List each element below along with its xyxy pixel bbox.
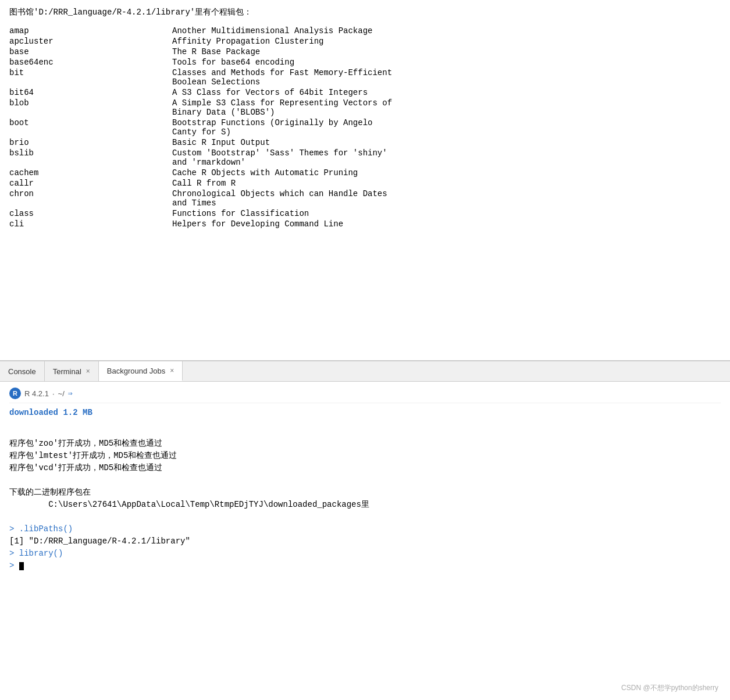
package-row: bitClasses and Methods for Fast Memory-E… bbox=[9, 67, 721, 87]
package-name: bit64 bbox=[9, 87, 172, 98]
tab-bar: Console Terminal × Background Jobs × bbox=[0, 361, 730, 382]
package-row: chronChronological Objects which can Han… bbox=[9, 189, 721, 208]
package-row: bit64A S3 Class for Vectors of 64bit Int… bbox=[9, 87, 721, 98]
package-desc: Affinity Propagation Clustering bbox=[172, 36, 721, 47]
package-name: cachem bbox=[9, 168, 172, 178]
package-name: callr bbox=[9, 178, 172, 189]
package-row: classFunctions for Classification bbox=[9, 208, 721, 219]
package-row: amapAnother Multidimensional Analysis Pa… bbox=[9, 26, 721, 36]
package-desc: Classes and Methods for Fast Memory-Effi… bbox=[172, 67, 721, 87]
library-header: 图书馆'D:/RRR_language/R-4.2.1/library'里有个程… bbox=[9, 7, 721, 17]
package-desc: Functions for Classification bbox=[172, 208, 721, 219]
tab-background-jobs-close[interactable]: × bbox=[170, 367, 174, 375]
package-row: bootBootstrap Functions (Originally by A… bbox=[9, 118, 721, 137]
tab-terminal-close[interactable]: × bbox=[86, 367, 90, 375]
package-row: cliHelpers for Developing Command Line bbox=[9, 219, 721, 229]
r-version: R 4.2.1 bbox=[24, 389, 49, 398]
package-row: base64encTools for base64 encoding bbox=[9, 57, 721, 67]
r-sep: · bbox=[52, 389, 55, 398]
package-name: cli bbox=[9, 219, 172, 229]
package-table: amapAnother Multidimensional Analysis Pa… bbox=[9, 26, 721, 229]
tab-console-label: Console bbox=[8, 367, 36, 376]
tab-terminal[interactable]: Terminal × bbox=[45, 361, 99, 381]
package-name: class bbox=[9, 208, 172, 219]
console-header: R R 4.2.1 · ~/ ⇒ bbox=[9, 388, 721, 403]
package-row: blobA Simple S3 Class for Representing V… bbox=[9, 98, 721, 118]
watermark: CSDN @不想学python的sherry bbox=[621, 683, 718, 693]
package-desc: The R Base Package bbox=[172, 47, 721, 57]
console-panel: R R 4.2.1 · ~/ ⇒ downloaded 1.2 MB 程序包'z… bbox=[0, 382, 730, 673]
package-desc: Tools for base64 encoding bbox=[172, 57, 721, 67]
package-name: bslib bbox=[9, 148, 172, 168]
package-row: callrCall R from R bbox=[9, 178, 721, 189]
r-arrow-icon: ⇒ bbox=[68, 389, 73, 398]
package-desc: Another Multidimensional Analysis Packag… bbox=[172, 26, 721, 36]
package-desc: Basic R Input Output bbox=[172, 137, 721, 148]
package-desc: Chronological Objects which can Handle D… bbox=[172, 189, 721, 208]
package-name: apcluster bbox=[9, 36, 172, 47]
package-desc: Custom 'Bootstrap' 'Sass' Themes for 'sh… bbox=[172, 148, 721, 168]
r-path: ~/ bbox=[58, 389, 65, 398]
tab-console[interactable]: Console bbox=[0, 361, 45, 381]
package-desc: Helpers for Developing Command Line bbox=[172, 219, 721, 229]
package-name: boot bbox=[9, 118, 172, 137]
package-name: brio bbox=[9, 137, 172, 148]
console-output: 程序包'zoo'打开成功，MD5和检查也通过 程序包'lmtest'打开成功，M… bbox=[9, 425, 721, 572]
package-row: bslibCustom 'Bootstrap' 'Sass' Themes fo… bbox=[9, 148, 721, 168]
package-desc: Bootstrap Functions (Originally by Angel… bbox=[172, 118, 721, 137]
package-name: chron bbox=[9, 189, 172, 208]
tab-terminal-label: Terminal bbox=[53, 367, 81, 376]
package-desc: Call R from R bbox=[172, 178, 721, 189]
r-icon: R bbox=[9, 388, 21, 399]
tab-background-jobs[interactable]: Background Jobs × bbox=[99, 361, 183, 381]
top-panel: 图书馆'D:/RRR_language/R-4.2.1/library'里有个程… bbox=[0, 0, 730, 361]
package-name: base64enc bbox=[9, 57, 172, 67]
package-row: brioBasic R Input Output bbox=[9, 137, 721, 148]
package-name: base bbox=[9, 47, 172, 57]
package-desc: Cache R Objects with Automatic Pruning bbox=[172, 168, 721, 178]
tab-background-jobs-label: Background Jobs bbox=[107, 367, 165, 375]
package-desc: A S3 Class for Vectors of 64bit Integers bbox=[172, 87, 721, 98]
package-name: bit bbox=[9, 67, 172, 87]
package-name: amap bbox=[9, 26, 172, 36]
package-row: apclusterAffinity Propagation Clustering bbox=[9, 36, 721, 47]
package-row: baseThe R Base Package bbox=[9, 47, 721, 57]
package-row: cachemCache R Objects with Automatic Pru… bbox=[9, 168, 721, 178]
downloaded-line: downloaded 1.2 MB bbox=[9, 408, 721, 417]
package-desc: A Simple S3 Class for Representing Vecto… bbox=[172, 98, 721, 118]
package-name: blob bbox=[9, 98, 172, 118]
